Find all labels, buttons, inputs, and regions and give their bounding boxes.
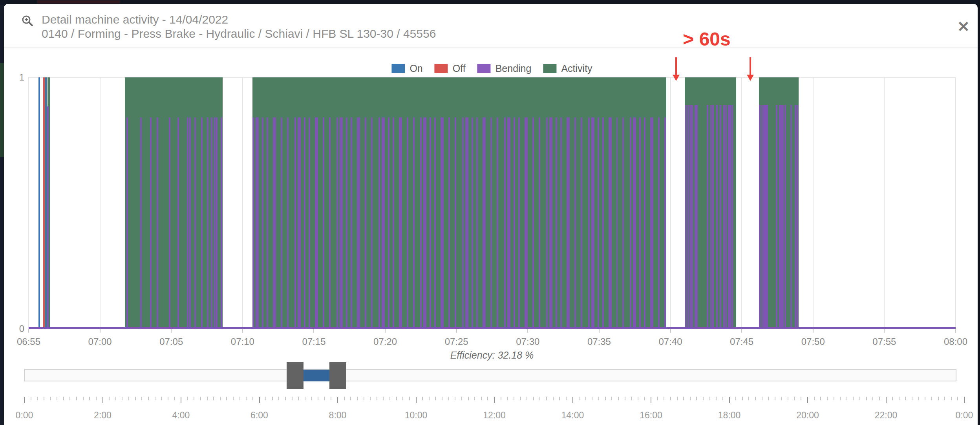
bending-line bbox=[323, 117, 324, 329]
timeline-minor-tick bbox=[357, 397, 358, 400]
close-button[interactable]: ✕ bbox=[954, 17, 973, 36]
timeline-minor-tick bbox=[598, 397, 599, 400]
slider-handle-start[interactable] bbox=[287, 362, 304, 389]
x-axis-label: 07:30 bbox=[516, 336, 539, 347]
timeline-minor-tick bbox=[435, 397, 436, 400]
bending-line bbox=[509, 117, 510, 329]
bending-line bbox=[287, 117, 289, 329]
x-axis-tick bbox=[527, 329, 528, 333]
bending-line bbox=[448, 117, 450, 329]
bending-line bbox=[634, 117, 636, 329]
bending-line bbox=[281, 117, 282, 329]
timeline-minor-tick bbox=[481, 397, 482, 400]
x-axis-label: 07:45 bbox=[730, 336, 753, 347]
timeline-major-tick bbox=[886, 397, 887, 403]
bending-line bbox=[378, 117, 380, 329]
header-divider bbox=[4, 47, 978, 48]
range-slider-track[interactable] bbox=[24, 369, 956, 381]
bending-line bbox=[455, 117, 456, 329]
timeline-minor-tick bbox=[240, 397, 240, 400]
bending-line bbox=[47, 106, 49, 329]
bending-line bbox=[211, 117, 212, 329]
bending-line bbox=[336, 117, 338, 329]
bending-line bbox=[616, 117, 618, 329]
x-axis-label: 07:10 bbox=[231, 336, 254, 347]
timeline-minor-tick bbox=[246, 397, 247, 400]
bending-line bbox=[309, 117, 310, 329]
timeline-minor-tick bbox=[533, 397, 534, 400]
timeline-minor-tick bbox=[611, 397, 612, 400]
arrow-head-icon bbox=[747, 75, 754, 81]
x-axis-tick bbox=[242, 329, 243, 333]
bending-line bbox=[581, 117, 582, 329]
bending-line bbox=[304, 117, 305, 329]
timeline-minor-tick bbox=[664, 397, 664, 400]
arrow-head-icon bbox=[673, 75, 680, 81]
timeline-minor-tick bbox=[409, 397, 410, 400]
bending-line bbox=[274, 117, 276, 329]
y-axis-label: 1 bbox=[9, 72, 24, 83]
bending-line bbox=[759, 105, 761, 329]
timeline-minor-tick bbox=[226, 397, 227, 400]
timeline-minor-tick bbox=[213, 397, 214, 400]
slider-selected-range[interactable] bbox=[304, 370, 329, 381]
timeline-minor-tick bbox=[364, 397, 364, 400]
x-axis-label: 07:55 bbox=[872, 336, 896, 347]
timeline-minor-tick bbox=[305, 397, 305, 400]
timeline-major-tick bbox=[651, 397, 651, 403]
timeline-minor-tick bbox=[448, 397, 449, 400]
timeline-minor-tick bbox=[442, 397, 442, 400]
timeline-minor-tick bbox=[670, 397, 671, 400]
bending-line bbox=[763, 105, 765, 329]
timeline-minor-tick bbox=[69, 397, 70, 400]
bending-line bbox=[588, 117, 590, 329]
bending-line bbox=[177, 117, 179, 329]
bending-line bbox=[766, 105, 768, 329]
timeline-minor-tick bbox=[396, 397, 397, 400]
timeline-minor-tick bbox=[350, 397, 351, 400]
timeline-minor-tick bbox=[859, 397, 860, 400]
timeline-minor-tick bbox=[83, 397, 84, 400]
timeline-minor-tick bbox=[579, 397, 580, 400]
bending-line bbox=[725, 105, 727, 329]
gridline-07:40 bbox=[670, 77, 671, 329]
bending-line bbox=[574, 117, 576, 329]
timeline-minor-tick bbox=[520, 397, 521, 400]
timeline-minor-tick bbox=[298, 397, 299, 400]
timeline-minor-tick bbox=[677, 397, 678, 400]
bending-line bbox=[546, 117, 548, 329]
x-axis-tick bbox=[28, 329, 29, 333]
timeline-label: 6:00 bbox=[250, 410, 268, 421]
timeline-label: 22:00 bbox=[875, 410, 898, 421]
timeline-label: 12:00 bbox=[483, 410, 506, 421]
bending-line bbox=[568, 117, 570, 329]
timeline-minor-tick bbox=[585, 397, 586, 400]
timeline-minor-tick bbox=[742, 397, 743, 400]
bending-line bbox=[407, 117, 408, 329]
timeline-minor-tick bbox=[768, 397, 769, 400]
bending-line bbox=[216, 117, 218, 329]
machine-description: 0140 / Forming - Press Brake - Hydraulic… bbox=[42, 27, 436, 40]
chart-plot-area[interactable] bbox=[29, 77, 956, 329]
bending-line bbox=[712, 105, 714, 329]
slider-handle-end[interactable] bbox=[329, 362, 346, 389]
legend-label: Off bbox=[453, 63, 466, 74]
bending-line bbox=[189, 117, 191, 329]
timeline-minor-tick bbox=[938, 397, 939, 400]
timeline-minor-tick bbox=[461, 397, 462, 400]
x-axis-label: 08:00 bbox=[944, 336, 967, 347]
timeline-minor-tick bbox=[735, 397, 736, 400]
bending-line bbox=[221, 117, 222, 329]
bending-line bbox=[526, 117, 528, 329]
bending-line bbox=[484, 117, 486, 329]
timeline-minor-tick bbox=[801, 397, 801, 400]
timeline-minor-tick bbox=[866, 397, 867, 400]
bending-line bbox=[658, 117, 660, 329]
timeline-minor-tick bbox=[696, 397, 697, 400]
timeline-minor-tick bbox=[402, 397, 403, 400]
timeline-minor-tick bbox=[148, 397, 149, 400]
bending-line bbox=[602, 117, 604, 329]
timeline-minor-tick bbox=[128, 397, 129, 400]
timeline-label: 0:00 bbox=[16, 410, 33, 421]
x-axis-tick bbox=[813, 329, 814, 333]
